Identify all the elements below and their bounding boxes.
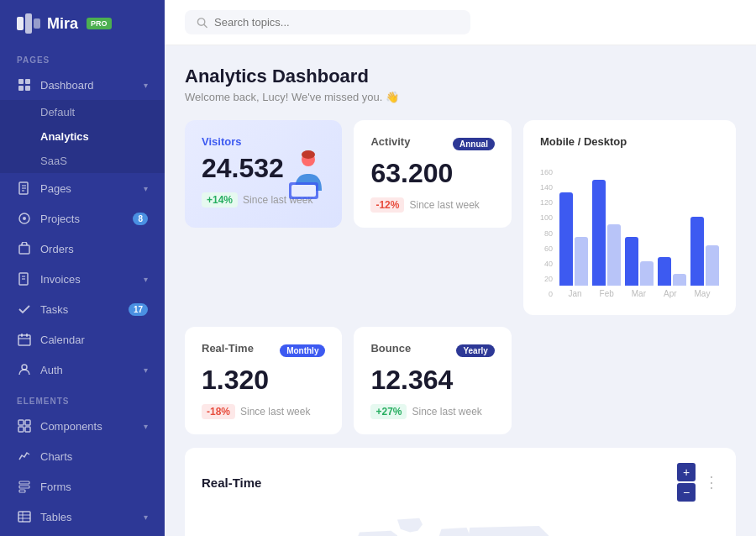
sidebar-item-icons[interactable]: Icons ▾ (0, 532, 165, 536)
chevron-down-icon: ▾ (144, 512, 148, 522)
calendar-icon (17, 332, 32, 347)
chart-card: Mobile / Desktop 0 20 40 60 80 100 120 1… (523, 120, 736, 315)
y-axis-20: 20 (540, 275, 553, 283)
pages-section-label: PAGES (0, 44, 165, 70)
sidebar-item-calendar[interactable]: Calendar (0, 324, 165, 355)
activity-header: Activity Annual (370, 135, 494, 153)
more-options-button[interactable]: ⋮ (704, 473, 719, 491)
svg-rect-25 (25, 427, 30, 432)
realtime-since: Since last week (240, 406, 310, 418)
svg-rect-13 (19, 245, 29, 254)
forms-label: Forms (40, 481, 148, 493)
svg-line-35 (204, 24, 207, 27)
svg-rect-17 (18, 335, 30, 345)
sidebar-logo: Mira PRO (0, 0, 165, 44)
charts-label: Charts (40, 450, 148, 463)
invoices-icon (17, 271, 32, 286)
svg-rect-6 (25, 86, 30, 91)
x-label-apr: Apr (664, 289, 677, 298)
map-header: Real-Time + − ⋮ (202, 463, 719, 502)
y-axis-60: 60 (540, 244, 553, 253)
sidebar-item-saas[interactable]: SaaS (0, 149, 165, 173)
zoom-out-button[interactable]: − (677, 483, 696, 502)
sidebar-item-auth[interactable]: Auth ▾ (0, 355, 165, 385)
components-label: Components (40, 420, 135, 433)
projects-badge: 8 (133, 213, 148, 225)
y-axis-120: 120 (540, 198, 553, 207)
svg-rect-5 (18, 86, 24, 91)
x-label-feb: Feb (600, 289, 614, 298)
sidebar-item-components[interactable]: Components ▾ (0, 411, 165, 441)
pages-icon (17, 181, 32, 196)
svg-rect-26 (19, 481, 29, 484)
tasks-icon (17, 302, 32, 317)
chevron-down-icon: ▾ (144, 184, 148, 193)
visitors-illustration (276, 145, 335, 203)
realtime-change: -18% (202, 404, 235, 419)
realtime-header: Real-Time Monthly (202, 342, 325, 360)
svg-rect-1 (25, 13, 32, 34)
sidebar-item-tables[interactable]: Tables ▾ (0, 502, 165, 532)
x-label-may: May (695, 289, 711, 298)
svg-rect-23 (25, 420, 30, 425)
header (165, 0, 756, 45)
sidebar: Mira PRO PAGES Dashboard ▾ Default Analy… (0, 0, 165, 536)
page-title: Analytics Dashboard (185, 66, 736, 87)
dashboard-subitems: Default Analytics SaaS (0, 100, 165, 173)
svg-rect-29 (18, 512, 30, 522)
svg-rect-38 (291, 185, 316, 197)
elements-section-label: ELEMENTS (0, 385, 165, 411)
sidebar-item-invoices[interactable]: Invoices ▾ (0, 264, 165, 294)
sidebar-item-forms[interactable]: Forms (0, 471, 165, 502)
sidebar-item-analytics[interactable]: Analytics (0, 124, 165, 149)
bounce-header: Bounce Yearly (370, 342, 494, 360)
map-dots (202, 513, 719, 536)
components-icon (17, 418, 32, 434)
may-light-bar (706, 245, 719, 286)
may-dark-bar (690, 217, 704, 286)
search-input[interactable] (214, 16, 459, 29)
tasks-label: Tasks (40, 303, 120, 316)
sidebar-item-default[interactable]: Default (0, 100, 165, 124)
world-map (202, 513, 719, 536)
bar-group-jan (559, 155, 588, 286)
jan-dark-bar (559, 192, 573, 286)
sidebar-item-orders[interactable]: Orders (0, 234, 165, 264)
svg-rect-28 (19, 490, 25, 492)
bounce-footer: +27% Since last week (370, 404, 494, 419)
svg-point-21 (22, 365, 27, 370)
svg-rect-3 (18, 79, 24, 84)
y-axis-100: 100 (540, 213, 553, 222)
search-bar[interactable] (185, 10, 470, 34)
sidebar-item-charts[interactable]: Charts (0, 441, 165, 471)
calendar-label: Calendar (40, 334, 148, 346)
map-section: Real-Time + − ⋮ (185, 448, 736, 536)
realtime-value: 1.320 (202, 365, 325, 396)
bar-group-mar (625, 155, 654, 286)
svg-rect-22 (18, 420, 24, 425)
y-axis-40: 40 (540, 260, 553, 268)
feb-dark-bar (592, 180, 606, 286)
svg-point-12 (23, 217, 26, 220)
chevron-down-icon: ▾ (144, 365, 148, 375)
realtime-card: Real-Time Monthly 1.320 -18% Since last … (185, 327, 342, 434)
activity-card: Activity Annual 63.200 -12% Since last w… (354, 120, 511, 228)
svg-rect-4 (25, 79, 30, 84)
realtime-footer: -18% Since last week (202, 404, 325, 419)
visitors-card: Visitors 24.532 +14% Since last week (185, 120, 342, 228)
bar-group-may (690, 155, 719, 286)
invoices-label: Invoices (40, 273, 135, 286)
sidebar-item-dashboard[interactable]: Dashboard ▾ (0, 70, 165, 100)
sidebar-item-pages[interactable]: Pages ▾ (0, 173, 165, 203)
visitors-change: +14% (202, 192, 238, 208)
x-label-mar: Mar (632, 289, 646, 298)
activity-change: -12% (370, 197, 404, 213)
y-axis-0: 0 (540, 290, 553, 298)
sidebar-item-projects[interactable]: Projects 8 (0, 203, 165, 234)
zoom-in-button[interactable]: + (677, 463, 696, 481)
sidebar-item-tasks[interactable]: Tasks 17 (0, 294, 165, 324)
dashboard-label: Dashboard (40, 79, 135, 92)
logo-icon (17, 13, 40, 34)
auth-icon (17, 362, 32, 377)
x-label-jan: Jan (568, 289, 581, 298)
